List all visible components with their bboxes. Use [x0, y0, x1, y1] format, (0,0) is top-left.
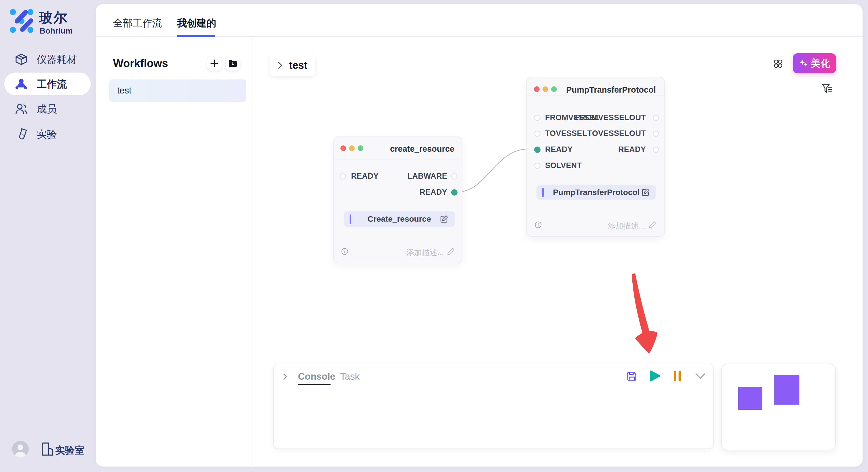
- sidebar-item-instruments[interactable]: 仪器耗材: [0, 47, 96, 72]
- info-icon[interactable]: [341, 248, 348, 255]
- port-out-tovesselout[interactable]: [653, 131, 659, 137]
- port-label: READY: [545, 145, 572, 154]
- traffic-dots: [340, 145, 363, 151]
- port-label: FROMVESSELOUT: [575, 113, 646, 122]
- tab-my-created[interactable]: 我创建的: [177, 16, 216, 30]
- sidebar-item-label: 仪器耗材: [37, 53, 77, 66]
- box-icon: [15, 53, 28, 66]
- workflows-panel-title: Workflows: [113, 57, 168, 70]
- sidebar-item-members[interactable]: 成员: [0, 96, 96, 122]
- beautify-label: 美化: [811, 57, 830, 70]
- info-icon[interactable]: [535, 222, 541, 228]
- port-label: SOLVENT: [545, 161, 582, 170]
- port-in-tovessel[interactable]: [534, 131, 540, 137]
- sparkles-icon: [799, 59, 808, 68]
- tab-task[interactable]: Task: [340, 371, 360, 382]
- minimap-node-create-resource: [738, 387, 763, 410]
- node-action-pill[interactable]: PumpTransferProtocol: [536, 185, 656, 200]
- port-label: READY: [618, 145, 646, 154]
- port-label: LABWARE: [407, 172, 447, 181]
- red-dot-icon: [340, 145, 346, 151]
- console-panel: Console Task: [273, 364, 714, 449]
- node-pump-transfer-protocol[interactable]: PumpTransferProtocol FROMVESSEL FROMVESS…: [526, 77, 665, 237]
- panel-divider: [251, 37, 251, 467]
- description-placeholder[interactable]: 添加描述...: [406, 247, 444, 258]
- port-out-labware[interactable]: [451, 173, 458, 179]
- port-label: TOVESSEL: [545, 129, 587, 138]
- red-dot-icon: [534, 86, 539, 92]
- import-folder-button[interactable]: [225, 56, 240, 71]
- workflow-editor-page: 玻尔 Bohrium 仪器耗材 工作流 成: [0, 0, 868, 472]
- description-placeholder[interactable]: 添加描述...: [608, 221, 645, 231]
- node-action-label: Create_resource: [344, 214, 455, 224]
- breadcrumb-label: test: [289, 59, 307, 71]
- workspace-label[interactable]: 实验室: [55, 444, 84, 457]
- node-header-divider: [334, 159, 462, 160]
- sidebar-item-label: 工作流: [37, 77, 67, 91]
- port-in-fromvessel[interactable]: [534, 115, 540, 121]
- tab-all-workflows[interactable]: 全部工作流: [113, 16, 162, 30]
- play-icon[interactable]: [648, 370, 661, 382]
- traffic-dots: [534, 86, 557, 92]
- person-icon: [12, 441, 29, 458]
- pencil-icon[interactable]: [648, 221, 656, 229]
- save-icon[interactable]: [626, 371, 637, 382]
- port-in-solvent[interactable]: [534, 163, 540, 169]
- breadcrumb[interactable]: test: [270, 54, 315, 76]
- sidebar-item-label: 实验: [37, 128, 57, 141]
- members-icon: [15, 103, 28, 115]
- workflow-icon: [15, 78, 28, 90]
- pencil-icon[interactable]: [447, 247, 455, 256]
- sidebar-item-label: 成员: [37, 102, 57, 116]
- node-title: create_resource: [390, 144, 454, 154]
- node-header-divider: [527, 96, 664, 96]
- collapse-chevron-down-icon[interactable]: [694, 372, 706, 380]
- yellow-dot-icon: [349, 145, 355, 151]
- port-out-fromvesselout[interactable]: [653, 115, 659, 121]
- sidebar: 玻尔 Bohrium 仪器耗材 工作流 成: [0, 0, 96, 472]
- port-label: READY: [351, 172, 379, 181]
- workflow-list-item-test[interactable]: test: [109, 79, 246, 102]
- expand-chevron-icon[interactable]: [283, 373, 288, 380]
- grid-icon[interactable]: [773, 59, 783, 69]
- chevron-right-icon: [278, 61, 283, 69]
- logo-title: 玻尔: [39, 9, 68, 27]
- sidebar-item-workflows[interactable]: 工作流: [0, 71, 96, 97]
- active-tab-underline: [177, 35, 215, 37]
- edit-icon[interactable]: [440, 215, 448, 224]
- avatar[interactable]: [12, 441, 29, 458]
- experiment-icon: [15, 128, 28, 140]
- tab-console[interactable]: Console: [298, 371, 335, 382]
- node-action-label: PumpTransferProtocol: [536, 188, 656, 197]
- port-in-ready[interactable]: [534, 146, 540, 153]
- beautify-button[interactable]: 美化: [793, 53, 836, 73]
- node-title: PumpTransferProtocol: [566, 85, 656, 95]
- port-out-ready[interactable]: [653, 146, 659, 153]
- edit-icon[interactable]: [641, 188, 650, 197]
- filter-icon[interactable]: [822, 84, 833, 94]
- sidebar-item-experiments[interactable]: 实验: [0, 122, 96, 147]
- port-in-ready[interactable]: [340, 173, 346, 179]
- building-icon: [42, 442, 54, 456]
- bohrium-logo-icon: [9, 9, 34, 33]
- node-action-pill[interactable]: Create_resource: [344, 211, 455, 227]
- plus-icon: [210, 59, 219, 68]
- console-tab-underline: [298, 384, 331, 385]
- logo-subtitle: Bohrium: [40, 26, 73, 36]
- add-workflow-button[interactable]: [207, 56, 222, 71]
- green-dot-icon: [358, 145, 363, 151]
- minimap-node-pump-transfer: [774, 375, 799, 405]
- port-label: TOVESSELOUT: [587, 129, 646, 138]
- minimap[interactable]: [721, 364, 836, 450]
- port-label: READY: [420, 188, 447, 197]
- pause-icon[interactable]: [673, 370, 682, 382]
- folder-download-icon: [228, 59, 237, 67]
- green-dot-icon: [551, 86, 557, 92]
- yellow-dot-icon: [542, 86, 548, 92]
- port-out-ready[interactable]: [451, 189, 458, 196]
- node-create-resource[interactable]: create_resource READY LABWARE READY Crea…: [333, 136, 462, 263]
